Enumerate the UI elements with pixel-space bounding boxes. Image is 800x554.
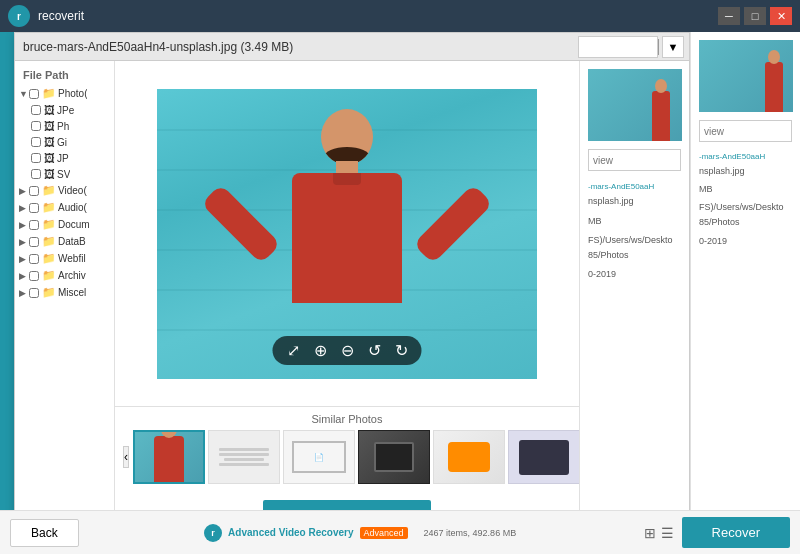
archive-checkbox[interactable] [29,271,39,281]
recover-bottom-button[interactable]: Recover [682,517,790,548]
list-view-icon[interactable]: ☰ [660,525,676,541]
right-panel-info: -mars-AndE50aaH nsplash.jpg MB FS)/Users… [588,179,681,283]
bottom-bar: Back r Advanced Video Recovery Advanced … [0,510,800,554]
similar-photos-section: Similar Photos ‹ [115,406,579,490]
preview-image-area: ⤢ ⊕ ⊖ ↺ ↻ [115,61,579,406]
db-checkbox[interactable] [29,237,39,247]
expand-arrow: ▼ [19,89,29,99]
outer-right-search[interactable] [699,120,792,142]
file-tree-sidebar: File Path ▼ 📁 Photo( 🖼 JPe 🖼 Ph [15,61,115,541]
tree-item-jpe[interactable]: 🖼 JPe [15,102,114,118]
jpg-icon: 🖼 [44,104,55,116]
filter-icon-area: ▼ [578,36,684,58]
right-main-panel: -mars-AndE50aaH nsplash.jpg MB FS)/Users… [690,32,800,542]
right-panel-thumbnail [588,69,682,141]
grid-view-icon[interactable]: ⊞ [642,525,658,541]
ph-checkbox[interactable] [31,121,41,131]
app-icon-small: r [204,524,222,542]
bottom-center: r Advanced Video Recovery Advanced 2467 … [204,524,516,542]
video-folder-icon: 📁 [42,184,56,197]
web-checkbox[interactable] [29,254,39,264]
advanced-badge: Advanced [360,527,408,539]
advanced-video-link[interactable]: Advanced Video Recovery [228,527,353,538]
db-arrow: ▶ [19,237,29,247]
similar-photo-4[interactable] [358,430,430,484]
tree-item-video[interactable]: ▶ 📁 Video( [15,182,114,199]
jp-checkbox[interactable] [31,153,41,163]
tree-item-archive[interactable]: ▶ 📁 Archiv [15,267,114,284]
gi-checkbox[interactable] [31,137,41,147]
person-head [321,109,373,165]
tree-item-doc[interactable]: ▶ 📁 Docum [15,216,114,233]
rotate-left-icon[interactable]: ↺ [368,341,381,360]
app-logo: r [8,5,30,27]
right-panel-search[interactable] [588,149,681,171]
right-outer-thumb [699,40,793,112]
title-bar: r recoverit ─ □ ✕ [0,0,800,32]
main-layout: File Path ▼ 📁 Photo( 🖼 JPe 🖼 Ph [15,61,689,541]
right-info-panel: -mars-AndE50aaH nsplash.jpg MB FS)/Users… [579,61,689,541]
title-bar-left: r recoverit [8,5,84,27]
similar-photo-6[interactable] [508,430,579,484]
jp-icon: 🖼 [44,152,55,164]
minimize-btn[interactable]: ─ [718,7,740,25]
zoom-out-icon[interactable]: ⊖ [341,341,354,360]
path-value-2: 85/Photos [588,250,629,260]
gi-label: Gi [57,137,67,148]
similar-photo-5[interactable] [433,430,505,484]
preview-image: ⤢ ⊕ ⊖ ↺ ↻ [157,89,537,379]
similar-photo-2[interactable] [208,430,280,484]
doc-checkbox[interactable] [29,220,39,230]
date-info: 0-2019 [588,267,681,282]
close-btn[interactable]: ✕ [770,7,792,25]
jpe-label: JPe [57,105,74,116]
similar-photo-3[interactable]: 📄 [283,430,355,484]
misc-arrow: ▶ [19,288,29,298]
web-label: Webfil [58,253,86,264]
jpe-checkbox[interactable] [31,105,41,115]
tree-item-misc[interactable]: ▶ 📁 Miscel [15,284,114,301]
sv-checkbox[interactable] [31,169,41,179]
similar-photo-1[interactable] [133,430,205,484]
bottom-right: ⊞ ☰ Recover [642,517,790,548]
tree-item-sv[interactable]: 🖼 SV [15,166,114,182]
audio-icon: 📁 [42,201,56,214]
center-preview-area: ⤢ ⊕ ⊖ ↺ ↻ Similar Photos ‹ [115,61,579,541]
db-icon: 📁 [42,235,56,248]
tree-item-ph[interactable]: 🖼 Ph [15,118,114,134]
rotate-right-icon[interactable]: ↻ [395,341,408,360]
web-arrow: ▶ [19,254,29,264]
back-button[interactable]: Back [10,519,79,547]
audio-checkbox[interactable] [29,203,39,213]
misc-icon: 📁 [42,286,56,299]
tree-item-photos[interactable]: ▼ 📁 Photo( [15,85,114,102]
similar-photos-row: ‹ [123,430,571,484]
ph-label: Ph [57,121,69,132]
video-arrow: ▶ [19,186,29,196]
doc-arrow: ▶ [19,220,29,230]
video-label: Video( [58,185,87,196]
video-checkbox[interactable] [29,186,39,196]
path-value: FS)/Users/ws/Deskto [588,235,673,245]
tree-item-db[interactable]: ▶ 📁 DataB [15,233,114,250]
app-name: recoverit [38,9,84,23]
outer-right-info: -mars-AndE50aaH nsplash.jpg MB FS)/Users… [699,150,792,249]
prev-similar-btn[interactable]: ‹ [123,446,129,468]
sv-label: SV [57,169,70,180]
photos-checkbox[interactable] [29,89,39,99]
maximize-btn[interactable]: □ [744,7,766,25]
tree-item-web[interactable]: ▶ 📁 Webfil [15,250,114,267]
filter-btn[interactable]: ▼ [662,36,684,58]
misc-checkbox[interactable] [29,288,39,298]
zoom-in-icon[interactable]: ⊕ [314,341,327,360]
filename-info: -mars-AndE50aaH nsplash.jpg [588,179,681,210]
fit-icon[interactable]: ⤢ [287,341,300,360]
view-icons: ⊞ ☰ [642,525,676,541]
tree-item-gi[interactable]: 🖼 Gi [15,134,114,150]
tree-item-audio[interactable]: ▶ 📁 Audio( [15,199,114,216]
filename-label: -mars-AndE50aaH [588,182,654,191]
tree-item-jp[interactable]: 🖼 JP [15,150,114,166]
filter-search-input[interactable] [578,36,658,58]
gi-icon: 🖼 [44,136,55,148]
popup-window: bruce-mars-AndE50aaHn4-unsplash.jpg (3.4… [14,32,690,542]
